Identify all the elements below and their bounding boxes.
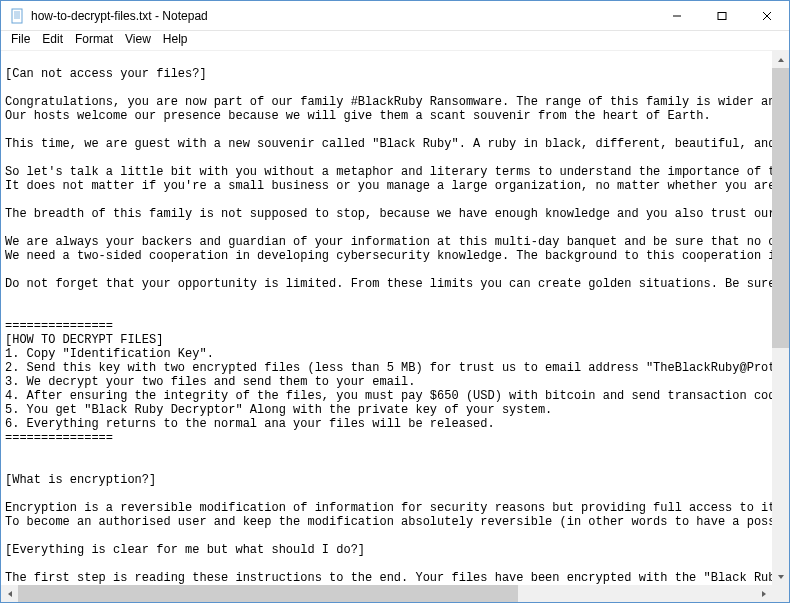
horizontal-scroll-thumb[interactable] — [18, 585, 518, 602]
scroll-left-button[interactable] — [1, 585, 18, 602]
window-controls — [654, 1, 789, 30]
scroll-down-button[interactable] — [772, 568, 789, 585]
close-button[interactable] — [744, 1, 789, 30]
scroll-right-button[interactable] — [755, 585, 772, 602]
minimize-button[interactable] — [654, 1, 699, 30]
window-title: how-to-decrypt-files.txt - Notepad — [31, 9, 654, 23]
menu-edit[interactable]: Edit — [36, 31, 69, 50]
scroll-corner — [772, 585, 789, 602]
horizontal-scrollbar — [1, 585, 772, 602]
scroll-up-button[interactable] — [772, 51, 789, 68]
document-text[interactable]: [Can not access your files?] Congratulat… — [1, 51, 789, 602]
editor-area: [Can not access your files?] Congratulat… — [1, 51, 789, 602]
menu-view[interactable]: View — [119, 31, 157, 50]
menu-format[interactable]: Format — [69, 31, 119, 50]
vertical-scrollbar — [772, 51, 789, 585]
titlebar: how-to-decrypt-files.txt - Notepad — [1, 1, 789, 31]
maximize-button[interactable] — [699, 1, 744, 30]
menu-help[interactable]: Help — [157, 31, 194, 50]
notepad-icon — [9, 8, 25, 24]
menubar: File Edit Format View Help — [1, 31, 789, 51]
notepad-window: how-to-decrypt-files.txt - Notepad File … — [0, 0, 790, 603]
horizontal-scroll-track[interactable] — [18, 585, 755, 602]
menu-file[interactable]: File — [5, 31, 36, 50]
svg-rect-6 — [718, 12, 726, 19]
vertical-scroll-track[interactable] — [772, 68, 789, 568]
vertical-scroll-thumb[interactable] — [772, 68, 789, 348]
